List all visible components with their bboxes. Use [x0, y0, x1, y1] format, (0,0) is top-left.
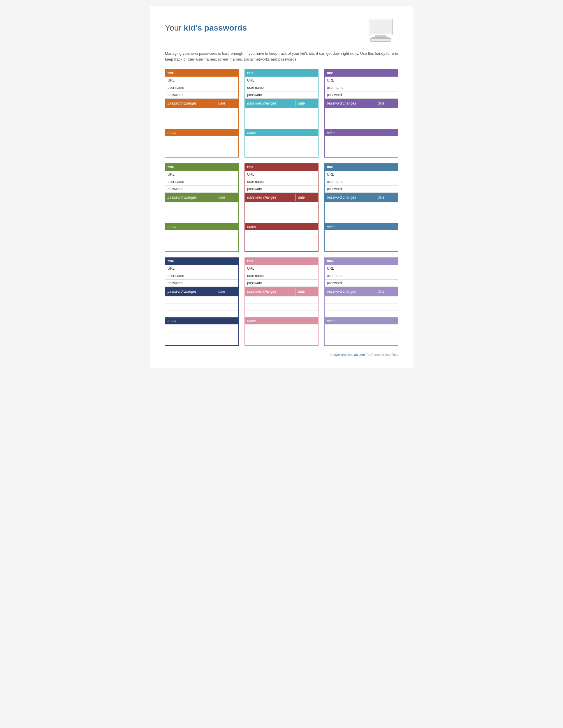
card-2-empty-1 — [245, 108, 318, 115]
card-9: title URL user name password password ch… — [324, 257, 398, 346]
card-5-url: URL — [245, 171, 318, 178]
card-7-notes-1 — [165, 324, 238, 331]
card-6-username: user name — [325, 178, 398, 185]
card-2: title URL user name password password ch… — [244, 69, 318, 158]
card-6-notes: notes — [325, 223, 398, 230]
card-1-username: user name — [165, 84, 238, 91]
card-2-notes-3 — [245, 150, 318, 157]
card-2-title: title — [245, 70, 318, 77]
card-9-title: title — [325, 258, 398, 265]
card-5-notes: notes — [245, 223, 318, 230]
card-9-notes: notes — [325, 317, 398, 324]
card-6-empty-3 — [325, 216, 398, 223]
svg-rect-3 — [372, 37, 389, 38]
card-7-title: title — [165, 258, 238, 265]
card-5-password: password — [245, 185, 318, 193]
card-2-notes-2 — [245, 143, 318, 150]
card-9-pw-changes: password changes date — [325, 287, 398, 296]
card-3-notes-2 — [325, 143, 398, 150]
card-3-url: URL — [325, 77, 398, 84]
card-3-empty-2 — [325, 115, 398, 122]
card-4-empty-2 — [165, 209, 238, 216]
card-5-notes-1 — [245, 230, 318, 237]
card-4-pw-changes: password changes date — [165, 193, 238, 202]
card-7-notes-2 — [165, 331, 238, 338]
card-5-pw-changes: password changes date — [245, 193, 318, 202]
card-4-title: title — [165, 164, 238, 171]
card-4-url: URL — [165, 171, 238, 178]
card-8-title: title — [245, 258, 318, 265]
card-7-username: user name — [165, 272, 238, 280]
card-3-title: title — [325, 70, 398, 77]
card-8-notes-2 — [245, 331, 318, 338]
card-9-notes-3 — [325, 338, 398, 345]
card-4-notes: notes — [165, 223, 238, 230]
title-normal-text: Your — [165, 23, 183, 32]
card-7-password: password — [165, 280, 238, 287]
svg-rect-2 — [375, 35, 387, 37]
svg-rect-1 — [370, 20, 392, 34]
card-8-empty-3 — [245, 310, 318, 317]
page-title: Your kid's passwords — [165, 23, 247, 33]
card-4: title URL user name password password ch… — [165, 163, 239, 252]
card-2-empty-3 — [245, 122, 318, 129]
card-3-pw-changes: password changes date — [325, 99, 398, 108]
card-9-username: user name — [325, 272, 398, 280]
card-4-notes-3 — [165, 244, 238, 251]
card-7-empty-2 — [165, 303, 238, 310]
card-3: title URL user name password password ch… — [324, 69, 398, 158]
card-8-empty-1 — [245, 296, 318, 303]
card-2-notes: notes — [245, 129, 318, 136]
card-8-notes: notes — [245, 317, 318, 324]
cards-grid: title URL user name password password ch… — [165, 69, 398, 346]
card-2-pw-changes: password changes date — [245, 99, 318, 108]
card-3-notes-3 — [325, 150, 398, 157]
card-4-username: user name — [165, 178, 238, 185]
card-7-notes: notes — [165, 317, 238, 324]
card-5-title: title — [245, 164, 318, 171]
card-6-notes-2 — [325, 237, 398, 244]
card-1-notes-3 — [165, 150, 238, 157]
card-7-pw-changes: password changes date — [165, 287, 238, 296]
card-2-username: user name — [245, 84, 318, 91]
card-5-notes-2 — [245, 237, 318, 244]
card-6-empty-1 — [325, 202, 398, 209]
card-7-empty-1 — [165, 296, 238, 303]
card-1-notes: notes — [165, 129, 238, 136]
card-9-notes-1 — [325, 324, 398, 331]
card-9-notes-2 — [325, 331, 398, 338]
card-1-url: URL — [165, 77, 238, 84]
card-6-notes-1 — [325, 230, 398, 237]
card-6-empty-2 — [325, 209, 398, 216]
card-8-password: password — [245, 280, 318, 287]
card-4-notes-2 — [165, 237, 238, 244]
card-3-empty-3 — [325, 122, 398, 129]
card-3-empty-1 — [325, 108, 398, 115]
card-7-notes-3 — [165, 338, 238, 345]
header: Your kid's passwords — [165, 17, 398, 45]
card-4-notes-1 — [165, 230, 238, 237]
card-8: title URL user name password password ch… — [244, 257, 318, 346]
card-2-password: password — [245, 91, 318, 99]
card-7: title URL user name password password ch… — [165, 257, 239, 346]
card-5-empty-3 — [245, 216, 318, 223]
card-3-notes-1 — [325, 136, 398, 143]
footer-link[interactable]: www.creativehatt.com — [334, 353, 365, 356]
card-5: title URL user name password password ch… — [244, 163, 318, 252]
card-6-pw-changes: password changes date — [325, 193, 398, 202]
footer-copyright: © — [331, 353, 334, 356]
card-3-notes: notes — [325, 129, 398, 136]
card-7-empty-3 — [165, 310, 238, 317]
card-6-password: password — [325, 185, 398, 193]
card-1-empty-2 — [165, 115, 238, 122]
card-6-title: title — [325, 164, 398, 171]
card-4-empty-1 — [165, 202, 238, 209]
card-1-empty-3 — [165, 122, 238, 129]
svg-rect-4 — [370, 38, 391, 41]
computer-icon — [366, 17, 398, 45]
card-8-notes-3 — [245, 338, 318, 345]
card-6: title URL user name password password ch… — [324, 163, 398, 252]
card-7-url: URL — [165, 265, 238, 272]
card-9-password: password — [325, 280, 398, 287]
card-2-empty-2 — [245, 115, 318, 122]
